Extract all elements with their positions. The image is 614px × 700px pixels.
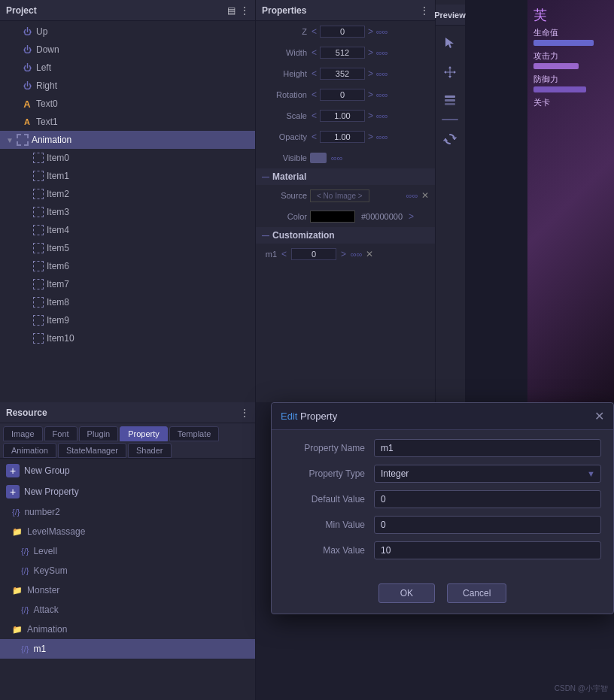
color-arrow[interactable]: > [409,211,414,222]
prop-increment-width[interactable]: > [366,47,375,58]
tab-image[interactable]: Image [3,426,43,441]
section-material: — Material [256,168,435,185]
customization-label: Customization [272,230,335,241]
tree-item-item4[interactable]: Item4 [0,221,255,239]
res-item-leveli[interactable]: {/} LevelI [0,541,255,561]
tab-shader[interactable]: Shader [128,443,171,458]
tree-item-item9[interactable]: Item9 [0,311,255,329]
prop-decrement-scale[interactable]: < [310,111,318,121]
modal-input-min-value[interactable] [374,516,601,534]
tree-item-up[interactable]: ⏻ Up [0,23,255,41]
res-item-attack[interactable]: {/} Attack [0,600,255,620]
prop-link-m1[interactable]: ∞∞ [351,250,363,259]
tree-item-item1[interactable]: Item1 [0,167,255,185]
move-tool-button[interactable] [439,60,461,83]
layers-tool-button[interactable] [439,89,461,111]
tree-item-item6[interactable]: Item6 [0,257,255,275]
modal-select-property-type[interactable]: Integer Float String Boolean [374,465,601,483]
prop-link-rotation[interactable]: ∞∞ [376,90,388,99]
prop-link-source[interactable]: ∞∞ [406,191,418,200]
new-property-button[interactable]: + New Property [0,481,255,502]
prop-increment-m1[interactable]: > [339,249,348,259]
tree-item-left[interactable]: ⏻ Left [0,59,255,77]
tab-font[interactable]: Font [44,426,78,441]
tree-item-item7[interactable]: Item7 [0,275,255,293]
res-item-m1[interactable]: {/} m1 [0,639,255,659]
prop-increment-opacity[interactable]: > [366,132,375,142]
prop-decrement-m1[interactable]: < [280,249,288,259]
tab-template[interactable]: Template [169,426,220,441]
prop-link-width[interactable]: ∞∞ [376,48,388,57]
modal-footer: OK Cancel [272,576,613,614]
prop-label-width: Width [262,48,307,57]
res-item-levelmassage[interactable]: 📁 LevelMassage [0,522,255,541]
prop-value-m1[interactable] [291,248,336,260]
resource-panel-title: Resource [6,408,47,418]
properties-menu-icon: ⋮ [420,5,429,16]
tree-item-item3[interactable]: Item3 [0,203,255,221]
prop-label-height: Height [262,69,307,78]
prop-increment-z[interactable]: > [366,26,375,37]
prop-decrement-width[interactable]: < [310,47,318,58]
m1-clear-button[interactable]: ✕ [366,249,373,259]
tree-item-text1[interactable]: A Text1 [0,113,255,131]
prop-value-height[interactable] [320,68,365,80]
edit-property-modal: Edit Property ✕ Property Name Property T… [271,402,614,614]
res-item-keysum[interactable]: {/} KeySum [0,561,255,580]
resource-header-icons: ⋮ [240,408,249,418]
prop-value-rotation[interactable] [320,89,365,101]
color-swatch[interactable] [310,211,355,223]
new-group-button[interactable]: + New Group [0,460,255,481]
res-item-number2[interactable]: {/} number2 [0,502,255,522]
svg-rect-0 [445,95,455,98]
tree-item-down[interactable]: ⏻ Down [0,41,255,59]
prop-decrement-z[interactable]: < [310,26,318,37]
dashed-box-8 [33,297,44,308]
tree-item-right[interactable]: ⏻ Right [0,77,255,95]
modal-input-property-name[interactable] [374,439,601,457]
res-item-animation-folder[interactable]: 📁 Animation [0,620,255,639]
tree-item-item0[interactable]: Item0 [0,149,255,167]
refresh-tool-button[interactable] [439,128,461,150]
prop-value-width[interactable] [320,47,365,59]
modal-close-button[interactable]: ✕ [594,409,604,423]
prop-value-z[interactable] [320,26,365,38]
color-value: #00000000 [361,212,403,221]
res-item-monster[interactable]: 📁 Monster [0,580,255,600]
prop-link-scale[interactable]: ∞∞ [376,111,388,120]
tree-item-item8[interactable]: Item8 [0,293,255,311]
prop-increment-height[interactable]: > [366,68,375,79]
modal-ok-button[interactable]: OK [378,583,435,603]
prop-decrement-height[interactable]: < [310,68,318,79]
prop-value-scale[interactable] [320,110,365,122]
prop-increment-scale[interactable]: > [366,111,375,121]
source-clear-button[interactable]: ✕ [421,190,429,201]
prop-increment-rotation[interactable]: > [366,89,375,100]
tab-property[interactable]: Property [120,426,168,441]
modal-cancel-button[interactable]: Cancel [447,583,506,603]
prop-link-height[interactable]: ∞∞ [376,69,388,78]
prop-ctrl-opacity: < > ∞∞ [310,131,388,143]
prop-decrement-opacity[interactable]: < [310,132,318,142]
tab-animation[interactable]: Animation [3,443,56,458]
prop-value-opacity[interactable] [320,131,365,143]
prop-link-visible[interactable]: ∞∞ [331,153,343,162]
visible-toggle[interactable] [310,153,327,163]
prop-decrement-rotation[interactable]: < [310,89,318,100]
project-panel-title: Project [6,5,37,16]
cursor-tool-button[interactable] [439,32,461,54]
prop-ctrl-width: < > ∞∞ [310,47,388,59]
tree-item-item10[interactable]: Item10 [0,329,255,347]
modal-row-property-name: Property Name [284,439,601,457]
prop-link-z[interactable]: ∞∞ [376,27,388,36]
tree-item-text0[interactable]: A Text0 [0,95,255,113]
tree-item-animation[interactable]: ▼ Animation [0,131,255,149]
tab-plugin[interactable]: Plugin [79,426,119,441]
tree-item-item2[interactable]: Item2 [0,185,255,203]
modal-body: Property Name Property Type Integer Floa… [272,430,613,576]
modal-input-max-value[interactable] [374,541,601,559]
prop-link-opacity[interactable]: ∞∞ [376,132,388,141]
modal-input-default-value[interactable] [374,490,601,508]
tree-item-item5[interactable]: Item5 [0,239,255,257]
tab-statemanager[interactable]: StateManager [58,443,126,458]
